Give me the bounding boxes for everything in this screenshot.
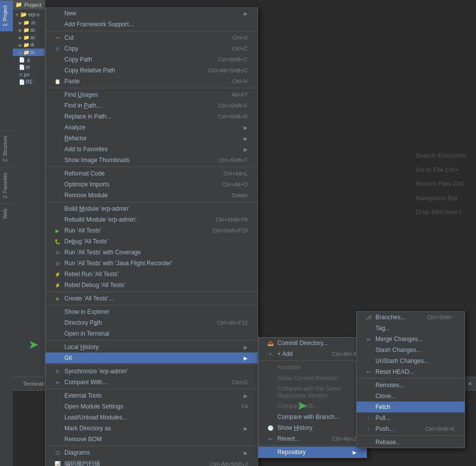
menu-icon-git [53, 354, 61, 362]
tree-item-ac2[interactable]: ▶ 📁 ac [13, 34, 45, 41]
menu-item-load-unload[interactable]: Load/Unload Modules... [46, 412, 258, 423]
git-menu-item-compare-same[interactable]: Compare with the Same Repository Version [259, 384, 367, 401]
menu-label-optimize: Optimize Imports [64, 181, 109, 188]
tree-item-io[interactable]: ▶ 📁 .io [13, 19, 45, 26]
menu-item-reformat[interactable]: Reformat Code Ctrl+Alt+L [46, 168, 258, 179]
menu-item-open-terminal[interactable]: Open in Terminal [46, 328, 258, 339]
git-menu-item-revert[interactable]: ↩ Revert... Ctrl+Alt+Z [259, 433, 367, 444]
menu-item-synchronize[interactable]: ↻ Synchronize 'erp-admin' [46, 366, 258, 377]
menu-item-local-history[interactable]: Local History ▶ [46, 342, 258, 352]
menu-item-run-recorder[interactable]: ⊙ Run 'All Tests' with 'Java Flight Reco… [46, 258, 258, 269]
repo-menu-item-merge[interactable]: ⇔ Merge Changes... [357, 334, 465, 345]
repo-menu-icon-fetch [365, 403, 372, 411]
git-menu-item-annotate[interactable]: Annotate [259, 362, 367, 373]
menu-label-rebel-debug: Rebel Debug 'All Tests' [64, 282, 125, 289]
tree-item-di[interactable]: ▶ 📁 di [13, 41, 45, 49]
menu-item-add-favorites[interactable]: Add to Favorites ▶ [46, 144, 258, 155]
repo-menu-item-fetch[interactable]: Fetch [357, 402, 465, 412]
repo-menu-item-tag[interactable]: Tag... [357, 323, 465, 334]
menu-item-show-explorer[interactable]: Show in Explorer [46, 306, 258, 317]
menu-item-add-framework[interactable]: Add Framework Support... [46, 19, 258, 30]
menu-item-code-scan[interactable]: 📊 编码规约扫描 Ctrl+Alt+Shift+J [46, 458, 258, 466]
repo-menu-item-remotes[interactable]: Remotes... [357, 380, 465, 391]
sidebar-tab-project[interactable]: 1: Project [0, 0, 13, 31]
menu-item-module-settings[interactable]: Open Module Settings F4 [46, 401, 258, 412]
menu-item-thumbnails[interactable]: Show Image Thumbnails Ctrl+Shift+T [46, 155, 258, 166]
sidebar-tab-web[interactable]: Web [0, 203, 13, 224]
menu-label-copy: Copy [64, 45, 78, 52]
menu-item-cut[interactable]: ✂ Cut Ctrl+X [46, 32, 258, 43]
sidebar-tab-structure[interactable]: Z: Structure [0, 130, 13, 167]
menu-item-remove-module[interactable]: Remove Module Delete [46, 190, 258, 201]
project-tree: ▼ 📂 erp-s ▶ 📁 .io ▶ 📁 ac ▶ 📁 ac ▶ 📁 di ▶… [13, 9, 45, 87]
git-menu-item-compare-with[interactable]: Compare with... [259, 401, 367, 411]
repo-menu-icon-pull: ↓ [365, 414, 372, 422]
git-menu-item-show-history[interactable]: 🕐 Show History [259, 422, 367, 433]
repo-menu-label-stash: Stash Changes... [375, 347, 421, 353]
menu-item-copy[interactable]: ⎘ Copy Ctrl+C [46, 43, 258, 54]
menu-item-analyze[interactable]: Analyze ▶ [46, 122, 258, 133]
menu-item-diagrams[interactable]: ⬡ Diagrams ▶ [46, 447, 258, 458]
menu-label-code-scan: 编码规约扫描 [64, 460, 100, 466]
tree-label-ta: ta [30, 50, 34, 55]
menu-item-copy-path[interactable]: Copy Path Ctrl+Shift+C [46, 54, 258, 65]
menu-item-refactor[interactable]: Refactor ▶ [46, 133, 258, 144]
menu-item-run-tests[interactable]: ▶ Run 'All Tests' Ctrl+Shift+F10 [46, 225, 258, 236]
git-menu-item-commit-dir[interactable]: 📥 Commit Directory... [259, 338, 367, 349]
repo-menu-item-clone[interactable]: Clone... [357, 391, 465, 402]
repo-menu-item-reset-head[interactable]: ↩ Reset HEAD... [357, 366, 465, 377]
tree-item-g[interactable]: 📄 .g [13, 56, 45, 63]
menu-item-replace-path[interactable]: Replace in Path... Ctrl+Shift+R [46, 111, 258, 122]
menu-item-remove-bom[interactable]: Remove BOM [46, 434, 258, 445]
menu-item-compare-with[interactable]: ⇔ Compare With... Ctrl+D [46, 377, 258, 388]
tree-item-er[interactable]: 📄 er [13, 63, 45, 71]
menu-item-mark-dir[interactable]: Mark Directory as ▶ [46, 423, 258, 434]
menu-item-debug-tests[interactable]: 🐛 Debug 'All Tests' [46, 236, 258, 247]
repo-menu-label-rebase: Rebase... [375, 439, 401, 446]
repo-menu-item-branches[interactable]: ⎇ Branches... Ctrl+Shift+` [357, 312, 465, 323]
menu-label-compare-with: Compare With... [64, 379, 107, 386]
tree-item-root[interactable]: ▼ 📂 erp-s [13, 10, 45, 19]
menu-item-run-coverage[interactable]: ⊙ Run 'All Tests' with Coverage [46, 247, 258, 258]
git-menu-item-repository[interactable]: Repository ▶ [259, 447, 367, 458]
menu-item-copy-rel-path[interactable]: Copy Relative Path Ctrl+Alt+Shift+C [46, 65, 258, 76]
repo-menu-item-unstash[interactable]: UnStash Changes... [357, 355, 465, 366]
sidebar-tab-favorites[interactable]: 2: Favorites [0, 167, 13, 203]
tree-item-re[interactable]: 📄 RE [13, 78, 45, 86]
panel-close-icon[interactable]: ✕ [468, 381, 472, 387]
menu-item-paste[interactable]: 📋 Paste Ctrl+V [46, 76, 258, 87]
shortcut-copy-path: Ctrl+Shift+C [218, 57, 248, 62]
folder-icon-ac1: 📁 [23, 27, 29, 33]
menu-item-git[interactable]: Git ▶ [46, 352, 258, 363]
menu-label-open-terminal: Open in Terminal [64, 330, 109, 337]
submenu-arrow-new: ▶ [244, 11, 248, 16]
menu-item-rebel-debug[interactable]: ⚡ Rebel Debug 'All Tests' [46, 280, 258, 291]
git-menu-item-show-rev[interactable]: Show Current Revision [259, 373, 367, 384]
repo-menu-item-rebase[interactable]: Rebase... [357, 437, 465, 448]
menu-item-find-usages[interactable]: Find Usages Alt+F7 [46, 89, 258, 100]
git-menu-icon-show-history: 🕐 [266, 424, 274, 432]
menu-item-rebel-run[interactable]: ⚡ Rebel Run 'All Tests' [46, 269, 258, 280]
menu-label-synchronize: Synchronize 'erp-admin' [64, 368, 128, 375]
tree-item-ac1[interactable]: ▶ 📁 ac [13, 26, 45, 34]
menu-item-dir-path[interactable]: Directory Path Ctrl+Alt+F12 [46, 317, 258, 328]
menu-item-create-tests[interactable]: ◈ Create 'All Tests'... [46, 293, 258, 304]
menu-item-find-path[interactable]: Find in Path... Ctrl+Shift+F [46, 100, 258, 111]
menu-label-module-settings: Open Module Settings [64, 403, 123, 410]
repo-menu-item-push[interactable]: ↑ Push... Ctrl+Shift+K [357, 423, 465, 434]
menu-item-external-tools[interactable]: External Tools ▶ [46, 390, 258, 401]
submenu-arrow-external-tools: ▶ [244, 393, 248, 399]
menu-icon-run-coverage: ⊙ [53, 248, 61, 256]
git-menu-item-compare-branch[interactable]: Compare with Branch... [259, 411, 367, 422]
hint-goto: Go to File Ctrl+ [416, 163, 466, 177]
git-menu-item-add[interactable]: + + Add Ctrl+Alt+A [259, 349, 367, 359]
menu-item-optimize[interactable]: Optimize Imports Ctrl+Alt+O [46, 179, 258, 190]
tree-item-ta[interactable]: ▶ 📁 ta [13, 49, 45, 56]
menu-item-rebuild-module[interactable]: Rebuild Module 'erp-admin' Ctrl+Shift+F9 [46, 214, 258, 225]
tree-label-ac1: ac [30, 27, 36, 33]
menu-item-new[interactable]: New ▶ [46, 8, 258, 19]
repo-menu-item-stash[interactable]: Stash Changes... [357, 345, 465, 355]
tree-item-po[interactable]: m po [13, 71, 45, 78]
repo-menu-item-pull[interactable]: ↓ Pull... [357, 412, 465, 423]
menu-item-build-module[interactable]: Build Module 'erp-admin' [46, 203, 258, 214]
